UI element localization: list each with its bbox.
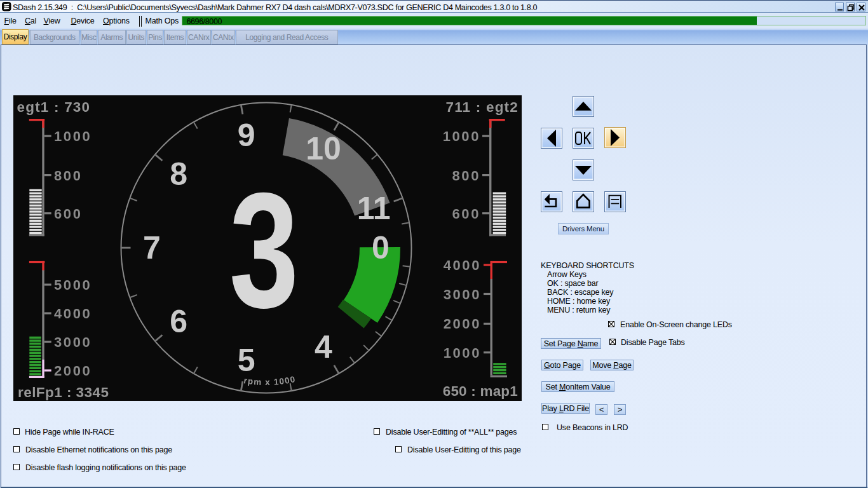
svg-text:6: 6 (170, 304, 187, 339)
svg-text:711 : egt2: 711 : egt2 (445, 99, 519, 115)
svg-text:600: 600 (452, 206, 480, 222)
svg-text:7: 7 (143, 230, 161, 266)
svg-text:600: 600 (54, 206, 83, 222)
svg-text:800: 800 (54, 168, 83, 184)
svg-text:650 : map1: 650 : map1 (443, 383, 518, 399)
svg-text:4000: 4000 (54, 306, 92, 322)
svg-text:2000: 2000 (444, 316, 481, 332)
svg-text:1000: 1000 (444, 345, 481, 361)
svg-text:5: 5 (238, 342, 255, 378)
svg-text:relFp1 : 3345: relFp1 : 3345 (18, 384, 109, 400)
svg-text:4000: 4000 (444, 257, 481, 273)
svg-text:0: 0 (372, 230, 390, 266)
svg-text:800: 800 (452, 168, 480, 184)
svg-text:1000: 1000 (443, 128, 480, 144)
svg-text:2000: 2000 (54, 363, 92, 379)
svg-text:3000: 3000 (54, 334, 92, 350)
svg-text:1000: 1000 (54, 128, 92, 144)
svg-text:5000: 5000 (54, 277, 92, 293)
svg-text:4: 4 (315, 329, 332, 365)
svg-text:3: 3 (229, 158, 299, 342)
svg-text:3000: 3000 (444, 287, 481, 302)
svg-text:11: 11 (357, 191, 391, 226)
svg-text:9: 9 (238, 118, 255, 153)
svg-text:egt1 : 730: egt1 : 730 (17, 99, 91, 115)
svg-text:10: 10 (306, 131, 341, 166)
svg-text:8: 8 (170, 156, 187, 192)
